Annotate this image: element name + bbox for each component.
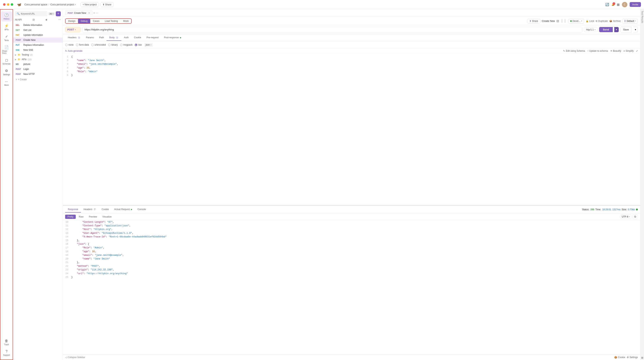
tab-mock[interactable]: Mock <box>120 19 132 23</box>
columns-icon[interactable]: ⋮⋮ <box>560 19 566 23</box>
sidebar-item-support[interactable]: ? Support <box>1 348 12 358</box>
simplify-button[interactable]: ≡ Simplify <box>624 50 634 52</box>
personal-space-label[interactable]: Cora personal space <box>24 3 47 6</box>
maximize-button[interactable] <box>11 3 13 6</box>
body-format-selector[interactable]: json ▾ <box>144 43 153 47</box>
tab-close-icon[interactable]: ✕ <box>88 12 90 14</box>
tab-cookie-response[interactable]: Cookie <box>99 206 111 213</box>
tab-create-new[interactable]: POST Create New ✕ <box>65 10 92 15</box>
view-tab-pretty[interactable]: Pretty <box>65 215 76 219</box>
sidebar-item-history[interactable]: 🕐 History <box>1 11 12 21</box>
tab-auth[interactable]: Auth <box>121 35 132 41</box>
all-filter-badge[interactable]: All ▾ <box>48 12 55 15</box>
tab-response[interactable]: Response <box>65 206 81 213</box>
sidebar-item-apis[interactable]: ⚡ APIs <box>1 22 12 32</box>
list-item[interactable]: GET Get List <box>13 27 63 32</box>
sidebar-item-schemas[interactable]: ◻ Schemas <box>1 56 12 66</box>
add-api-button[interactable]: + <box>56 11 61 16</box>
tab-cases[interactable]: Cases <box>90 19 102 23</box>
body-option-binary[interactable]: binary <box>108 43 118 46</box>
body-option-msgpack[interactable]: msgpack <box>120 43 132 46</box>
list-item[interactable]: PAT Update Information <box>13 32 63 37</box>
search-input[interactable] <box>21 12 46 15</box>
test-results-button[interactable]: Test Results <box>640 10 644 24</box>
settings-button[interactable]: ⚙ Settings <box>627 356 638 359</box>
share-button[interactable]: ⬆ Share <box>100 2 114 7</box>
avatar[interactable]: C <box>622 2 627 7</box>
list-item[interactable]: POST Create New <box>13 37 63 42</box>
refresh-button[interactable]: 🔄 <box>605 3 609 6</box>
tab-headers[interactable]: Headers 1 <box>65 35 83 41</box>
list-item[interactable]: SSE New SSE <box>13 47 63 52</box>
right-panel-toggle-button[interactable]: ⊞ <box>641 356 644 359</box>
body-option-none[interactable]: none <box>65 43 74 46</box>
auto-generate-button[interactable]: ↻ Auto-generate <box>65 50 82 52</box>
list-item[interactable]: PUT Replace Information <box>13 42 63 47</box>
save-button[interactable]: Save <box>620 27 632 32</box>
more-options-icon[interactable]: ⋯ <box>58 18 61 21</box>
more-tabs-button[interactable]: ⋯ <box>96 11 98 14</box>
sidebar-item-settings[interactable]: ⚙ Settings <box>1 67 12 77</box>
body-option-form-data[interactable]: form-data <box>76 43 89 46</box>
default-selector[interactable]: D Default ▾ <box>622 19 638 23</box>
create-button[interactable]: + + Create <box>13 77 63 82</box>
save-dropdown-button[interactable]: ▾ <box>633 27 638 32</box>
project-name[interactable]: Cora personal project ▾ <box>50 3 76 6</box>
search-bar[interactable]: 🔍 <box>15 11 47 16</box>
view-tab-visualize[interactable]: Visualize <box>100 215 114 219</box>
method-selector[interactable]: POST ▾ <box>65 27 80 32</box>
environment-selector[interactable]: Devel... ▾ <box>568 19 584 23</box>
tab-design[interactable]: Design <box>66 19 78 23</box>
view-tab-preview[interactable]: Preview <box>86 215 99 219</box>
list-item[interactable]: POST Login <box>13 67 63 72</box>
update-schema-button[interactable]: ↑ Update to schema <box>587 50 608 52</box>
tab-debug[interactable]: Debug <box>78 19 90 23</box>
sidebar-item-trash[interactable]: 🗑 Trash <box>1 338 12 347</box>
tab-path[interactable]: Path <box>96 35 107 41</box>
tab-post-response[interactable]: Post-response <box>161 35 184 41</box>
view-tab-raw[interactable]: Raw <box>76 215 86 219</box>
url-input[interactable] <box>82 27 582 32</box>
minimize-button[interactable] <box>7 3 10 6</box>
add-tab-button[interactable]: + <box>93 11 95 15</box>
filter-icon[interactable]: ⊟ <box>32 18 35 21</box>
lock-button[interactable]: 🔒 Lock <box>586 20 594 22</box>
http-version-selector[interactable]: http/1.1 ▾ <box>584 27 598 32</box>
expand-editor-button[interactable]: ⤢ <box>636 50 638 52</box>
close-button[interactable] <box>3 3 6 6</box>
body-option-urlencoded[interactable]: urlencoded <box>91 43 106 46</box>
edit-schema-button[interactable]: ✎ Edit using Schema <box>563 50 585 52</box>
cookie-button[interactable]: 🍪 Cookie <box>614 356 625 359</box>
tab-headers-response[interactable]: Headers 7 <box>81 206 99 213</box>
list-item[interactable]: POST New HTTP <box>13 72 63 77</box>
tab-console[interactable]: Console <box>135 206 148 213</box>
tab-actual-request[interactable]: Actual Request <box>112 206 135 213</box>
duplicate-button[interactable]: ⧉ Duplicate <box>596 20 608 22</box>
list-item[interactable]: MD picture <box>13 62 63 67</box>
invite-button[interactable]: Invite <box>630 2 641 7</box>
request-body-editor[interactable]: 1 2 3 4 5 6 { "name": "Jane Smith", "ema… <box>63 54 640 205</box>
tab-body[interactable]: Body 1 <box>106 35 121 41</box>
tab-load-testing[interactable]: Load Testing <box>102 19 120 23</box>
folder-item-testing[interactable]: ▶ 📁 Testing (2) <box>13 52 63 57</box>
code-content[interactable]: { "name": "Jane Smith", "email": "jane.s… <box>70 55 640 204</box>
notification-bell[interactable]: 🔔 2 <box>612 3 614 6</box>
layout-button[interactable]: ▦ <box>617 3 620 6</box>
body-option-raw[interactable]: raw <box>135 43 142 46</box>
folder-item-apis[interactable]: ▶ 📁 APIs (10) <box>13 57 63 62</box>
beautify-button[interactable]: ✦ Beautify <box>610 50 621 52</box>
copy-response-button[interactable]: ⧉ <box>632 214 638 219</box>
collapse-sidebar-button[interactable]: ◁ Collapse Sidebar <box>65 356 85 359</box>
send-dropdown-button[interactable]: ▾ <box>614 27 619 32</box>
share-button[interactable]: ⬆ Share <box>527 19 540 23</box>
list-item[interactable]: DEL Delete Information <box>13 22 63 27</box>
archive-button[interactable]: 📦 Archive <box>609 20 620 22</box>
sidebar-item-share-docs[interactable]: 📄 Share Docs <box>1 44 12 56</box>
new-project-button[interactable]: + New project <box>80 2 99 7</box>
encoding-selector[interactable]: UTF-8 ▾ <box>620 215 632 219</box>
tab-pre-request[interactable]: Pre-request <box>144 35 162 41</box>
filter-icon[interactable]: ⊟ <box>556 19 559 23</box>
sidebar-item-tests[interactable]: ✓ Tests <box>1 33 12 43</box>
send-button[interactable]: Send <box>599 27 613 32</box>
sidebar-item-more[interactable]: ··· More <box>1 78 12 88</box>
